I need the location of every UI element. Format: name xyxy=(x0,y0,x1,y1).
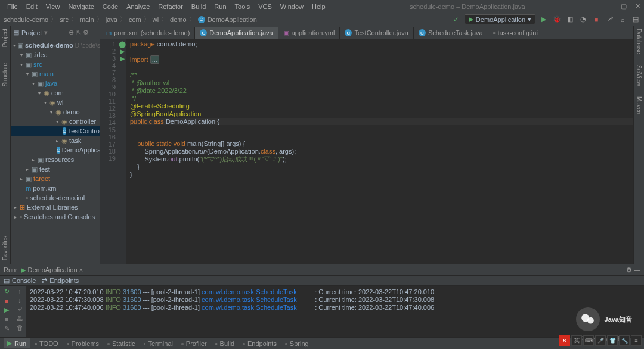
stop-console-icon[interactable]: ■ xyxy=(5,297,9,304)
ime-tool-icon[interactable]: 🔧 xyxy=(619,335,630,346)
breadcrumb-item[interactable]: wl xyxy=(153,16,159,23)
tree-node-controller[interactable]: ▾◉controller xyxy=(11,117,100,126)
ime-menu-icon[interactable]: ≡ xyxy=(631,335,642,346)
tree-root[interactable]: ▾▣schedule-demo D:\code\schedule-de xyxy=(11,40,100,50)
menu-help[interactable]: Help xyxy=(308,2,329,11)
project-tree[interactable]: ▾▣schedule-demo D:\code\schedule-de▾▣.id… xyxy=(11,39,100,223)
wrap-icon[interactable]: ⤶ xyxy=(17,306,23,313)
layout-icon[interactable]: ≡ xyxy=(5,316,8,323)
menu-tools[interactable]: Tools xyxy=(231,2,254,11)
settings-icon[interactable]: ▤ xyxy=(631,15,640,24)
minimize-tw-icon[interactable]: — xyxy=(634,266,640,273)
menu-build[interactable]: Build xyxy=(188,2,209,11)
hide-icon[interactable]: — xyxy=(91,29,97,36)
down-icon[interactable]: ↓ xyxy=(18,297,21,304)
up-icon[interactable]: ↑ xyxy=(18,288,21,295)
coverage-icon[interactable]: ◧ xyxy=(565,15,575,24)
menu-file[interactable]: File xyxy=(4,2,21,11)
console-tab[interactable]: ▤Console xyxy=(4,277,36,285)
code-area[interactable]: package com.wl.demo; import ... /** * @a… xyxy=(126,39,633,264)
menu-edit[interactable]: Edit xyxy=(23,2,41,11)
menu-window[interactable]: Window xyxy=(277,2,307,11)
menu-vcs[interactable]: VCS xyxy=(255,2,275,11)
tab-testcontroller-java[interactable]: CTestController.java xyxy=(340,27,414,39)
database-tab[interactable]: Database xyxy=(636,29,642,54)
tab-task-config-ini[interactable]: ▫task-config.ini xyxy=(488,27,543,39)
maximize-icon[interactable]: ▢ xyxy=(621,2,627,10)
bottom-tab-spring[interactable]: ▫Spring xyxy=(281,339,312,348)
profile-icon[interactable]: ◔ xyxy=(578,15,588,24)
project-tab[interactable]: Project xyxy=(2,29,8,47)
favorites-tab[interactable]: Favorites xyxy=(2,236,8,260)
tree-node-external-libraries[interactable]: ▸⊞External Libraries xyxy=(11,202,100,212)
bottom-tab-terminal[interactable]: ▫Terminal xyxy=(140,339,176,348)
debug-icon[interactable]: 🐞 xyxy=(552,15,562,24)
menu-analyze[interactable]: Analyze xyxy=(123,2,153,11)
bottom-tab-build[interactable]: ▫Build xyxy=(212,339,238,348)
maven-tab[interactable]: Maven xyxy=(636,96,642,114)
minimize-icon[interactable]: — xyxy=(606,2,612,10)
tree-node-java[interactable]: ▾▣java xyxy=(11,79,100,88)
console-output[interactable]: 2022-03-22 10:47:20.010 INFO 31600 --- [… xyxy=(26,286,644,337)
close-icon[interactable]: ✕ xyxy=(635,2,640,10)
ime-lang[interactable]: 英 xyxy=(571,335,582,346)
ime-kb-icon[interactable]: ⌨ xyxy=(583,335,594,346)
print-icon[interactable]: 🖶 xyxy=(17,315,23,322)
menu-run[interactable]: Run xyxy=(210,2,230,11)
menu-refactor[interactable]: Refactor xyxy=(154,2,187,11)
bottom-tab-statistic[interactable]: ▫Statistic xyxy=(104,339,138,348)
menu-navigate[interactable]: Navigate xyxy=(64,2,97,11)
menu-view[interactable]: View xyxy=(42,2,64,11)
tree-node-demo[interactable]: ▾◉demo xyxy=(11,107,100,117)
breadcrumb-item[interactable]: com xyxy=(129,16,141,23)
rerun2-icon[interactable]: ▶ xyxy=(4,306,9,314)
tree-node-scratches-and-consoles[interactable]: ▸▫Scratches and Consoles xyxy=(11,212,100,222)
endpoints-tab[interactable]: ⇄Endpoints xyxy=(42,277,79,285)
search-icon[interactable]: ⌕ xyxy=(618,15,627,24)
breadcrumb[interactable]: schedule-demo〉src〉main〉java〉com〉wl〉demo〉… xyxy=(4,15,257,24)
tree-node--idea[interactable]: ▾▣.idea xyxy=(11,50,100,60)
run-icon[interactable]: ▶ xyxy=(539,15,549,24)
git-icon[interactable]: ⎇ xyxy=(605,15,614,24)
ime-mic-icon[interactable]: 🎤 xyxy=(595,335,606,346)
run-config-selector[interactable]: ▶ DemoApplication ▾ xyxy=(465,14,535,24)
stop-icon[interactable]: ■ xyxy=(592,15,601,24)
pin-icon[interactable]: ✎ xyxy=(4,325,10,332)
rerun-icon[interactable]: ↻ xyxy=(4,288,10,295)
ime-skin-icon[interactable]: 👕 xyxy=(607,335,618,346)
breadcrumb-item[interactable]: java xyxy=(106,16,117,23)
tree-node-wl[interactable]: ▾◉wl xyxy=(11,98,100,107)
clear-icon[interactable]: 🗑 xyxy=(17,324,23,331)
tab-application-yml[interactable]: ▣application.yml xyxy=(278,27,340,39)
select-open-icon[interactable]: ⊖ xyxy=(69,29,74,36)
structure-tab[interactable]: Structure xyxy=(2,63,8,87)
sciview-tab[interactable]: SciView xyxy=(636,65,642,86)
editor-body[interactable]: 123478910111213141516171819 ⬤▶▶ package … xyxy=(100,39,633,264)
tab-scheduletask-java[interactable]: CScheduleTask.java xyxy=(414,27,488,39)
tree-node-testcontroller[interactable]: CTestController xyxy=(11,126,100,136)
breadcrumb-item[interactable]: schedule-demo xyxy=(4,16,48,23)
breadcrumb-item[interactable]: DemoApplication xyxy=(208,16,257,23)
tab-demoapplication-java[interactable]: CDemoApplication.java xyxy=(195,27,278,39)
bottom-tab-endpoints[interactable]: ▫Endpoints xyxy=(239,339,280,348)
breadcrumb-item[interactable]: main xyxy=(80,16,94,23)
gear-icon[interactable]: ⚙ xyxy=(626,266,632,273)
tree-node-schedule-demo-iml[interactable]: ▫schedule-demo.iml xyxy=(11,193,100,202)
expand-icon[interactable]: ⇱ xyxy=(76,29,81,36)
breadcrumb-item[interactable]: src xyxy=(60,16,69,23)
gutter-icons[interactable]: ⬤▶▶ xyxy=(118,39,126,264)
tree-node-test[interactable]: ▸▣test xyxy=(11,164,100,174)
bottom-tab-todo[interactable]: ▫TODO xyxy=(31,339,61,348)
collapse-icon[interactable]: ⚙ xyxy=(83,29,89,36)
tree-node-com[interactable]: ▾◉com xyxy=(11,88,100,98)
bottom-tab-profiler[interactable]: ▫Profiler xyxy=(178,339,210,348)
tree-node-src[interactable]: ▾▣src xyxy=(11,60,100,69)
build-icon[interactable]: ↙ xyxy=(451,15,461,24)
tab-pom-xml-schedule-demo-[interactable]: mpom.xml (schedule-demo) xyxy=(101,27,195,39)
menu-code[interactable]: Code xyxy=(99,2,122,11)
tree-node-main[interactable]: ▾▣main xyxy=(11,69,100,79)
breadcrumb-item[interactable]: demo xyxy=(170,16,187,23)
tree-node-target[interactable]: ▸▣target xyxy=(11,174,100,183)
tree-node-resources[interactable]: ▸▣resources xyxy=(11,155,100,164)
bottom-tab-problems[interactable]: ▫Problems xyxy=(63,339,103,348)
